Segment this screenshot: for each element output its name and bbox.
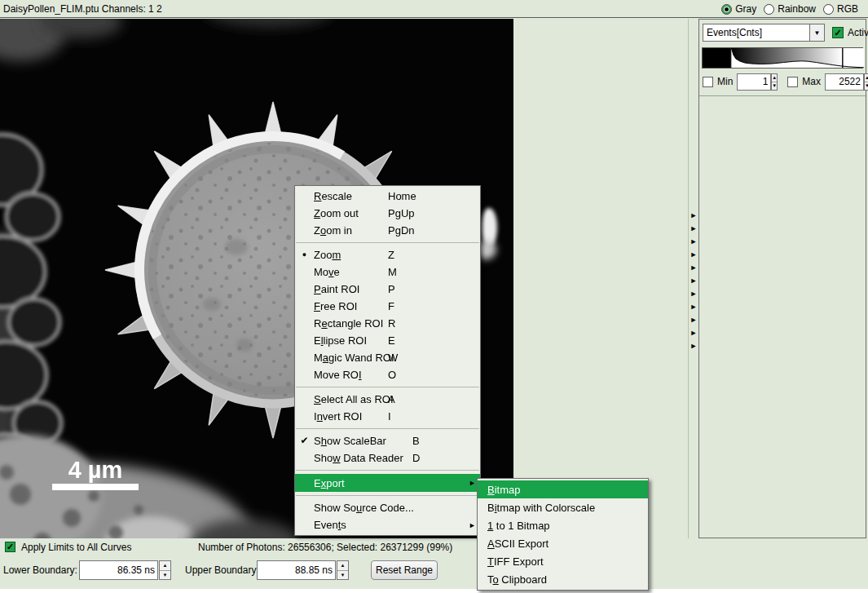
active-label: Active (848, 27, 868, 38)
submenu-arrow-icon: ► (469, 479, 476, 487)
apply-limits-checkbox[interactable]: ✓ (5, 542, 15, 552)
dataset-select[interactable]: Events[Cnts] ▼ (703, 24, 825, 42)
expand-arrow-icon[interactable]: ► (690, 330, 698, 336)
expand-arrow-icon[interactable]: ► (690, 303, 698, 310)
document-title: DaisyPollen_FLIM.ptu Channels: 1 2 (3, 0, 162, 18)
max-checkbox[interactable] (787, 77, 798, 87)
stepper-down-icon[interactable]: ▼ (865, 82, 868, 90)
menu-item-magic-wand-roi[interactable]: Magic Wand ROI W (295, 349, 480, 366)
expand-arrow-icon[interactable]: ► (690, 264, 698, 271)
submenu-item-bitmap-with-colorscale[interactable]: Bitmap with Colorscale (478, 498, 648, 516)
shortcut-label: D (412, 452, 420, 464)
menu-item-zoom-out[interactable]: Zoom out PgUp (295, 205, 480, 222)
stepper-down-icon[interactable]: ▼ (772, 82, 777, 90)
max-input[interactable] (825, 73, 864, 91)
shortcut-label: O (388, 369, 396, 381)
shortcut-label: PgUp (388, 207, 415, 219)
expand-arrow-icon[interactable]: ► (690, 343, 698, 349)
shortcut-label: Home (388, 190, 416, 202)
photon-count-status: Number of Photons: 26556306; Selected: 2… (198, 542, 452, 553)
menu-item-show-source-code[interactable]: Show Source Code... (295, 499, 480, 516)
bottom-bar: ✓ Apply Limits to All Curves Number of P… (0, 538, 868, 589)
shortcut-label: W (388, 352, 398, 364)
intensity-histogram[interactable] (702, 47, 863, 69)
panel-splitter[interactable]: ► ► ► ► ► ► ► ► ► ► ► (688, 19, 698, 538)
menu-separator (296, 428, 479, 429)
expand-arrow-icon[interactable]: ► (690, 277, 698, 284)
title-bar: DaisyPollen_FLIM.ptu Channels: 1 2 Gray … (0, 0, 868, 18)
menu-separator (296, 470, 479, 471)
upper-boundary-input[interactable] (257, 560, 336, 580)
upper-boundary-label: Upper Boundary: (185, 564, 259, 576)
menu-item-free-roi[interactable]: Free ROI F (295, 298, 480, 315)
submenu-item-to-clipboard[interactable]: To Clipboard (478, 570, 648, 588)
menu-separator (296, 495, 479, 496)
lower-boundary-stepper[interactable]: ▲ ▼ (159, 560, 171, 580)
menu-item-zoom-mode[interactable]: ● Zoom Z (295, 246, 480, 263)
submenu-item-ascii-export[interactable]: ASCII Export (478, 534, 648, 552)
menu-item-show-scalebar[interactable]: ✔ Show ScaleBar B (295, 432, 480, 449)
shortcut-label: A (388, 393, 395, 405)
menu-item-ellipse-roi[interactable]: Ellipse ROI E (295, 332, 480, 349)
apply-limits-label: Apply Limits to All Curves (21, 542, 131, 553)
stepper-up-icon[interactable]: ▲ (337, 561, 348, 571)
menu-item-invert-roi[interactable]: Invert ROI I (295, 408, 480, 425)
min-stepper[interactable]: ▲ ▼ (771, 73, 778, 91)
expand-arrow-icon[interactable]: ► (690, 290, 698, 297)
radio-gray[interactable]: Gray (721, 3, 756, 15)
radio-rainbow-label: Rainbow (778, 3, 816, 15)
shortcut-label: M (388, 266, 397, 278)
submenu-item-1-to-1-bitmap[interactable]: 1 to 1 Bitmap (478, 516, 648, 534)
export-submenu: Bitmap Bitmap with Colorscale 1 to 1 Bit… (477, 478, 649, 591)
expand-arrow-icon[interactable]: ► (690, 316, 698, 323)
menu-item-paint-roi[interactable]: Paint ROI P (295, 281, 480, 298)
expand-arrow-icon[interactable]: ► (690, 212, 698, 219)
expand-arrow-icon[interactable]: ► (690, 225, 698, 232)
dataset-select-value: Events[Cnts] (703, 24, 809, 41)
radio-button-icon[interactable] (721, 4, 732, 15)
intensity-panel: Events[Cnts] ▼ ✓ Active (698, 19, 866, 538)
menu-separator (296, 242, 479, 243)
expand-arrow-icon[interactable]: ► (690, 238, 698, 245)
menu-item-zoom-in[interactable]: Zoom in PgDn (295, 222, 480, 239)
menu-item-events[interactable]: Events ► (295, 516, 480, 533)
radio-button-icon[interactable] (764, 4, 774, 15)
radio-rainbow[interactable]: Rainbow (764, 3, 816, 15)
menu-item-export[interactable]: Export ► (295, 474, 480, 492)
max-stepper[interactable]: ▲ ▼ (864, 73, 868, 91)
menu-item-select-all-as-roi[interactable]: Select All as ROI A (295, 391, 480, 408)
stepper-up-icon[interactable]: ▲ (865, 74, 868, 82)
stepper-down-icon[interactable]: ▼ (160, 571, 170, 580)
selected-mode-bullet-icon: ● (295, 246, 314, 263)
menu-item-rescale[interactable]: Rescale Home (295, 188, 480, 205)
radio-rgb[interactable]: RGB (823, 3, 858, 15)
min-input[interactable] (737, 73, 771, 91)
shortcut-label: B (412, 435, 420, 447)
stepper-up-icon[interactable]: ▲ (772, 74, 777, 82)
radio-button-icon[interactable] (823, 4, 834, 15)
menu-item-rectangle-roi[interactable]: Rectangle ROI R (295, 315, 480, 332)
chevron-down-icon[interactable]: ▼ (809, 24, 824, 41)
scalebar (52, 484, 139, 490)
shortcut-label: PgDn (388, 224, 415, 237)
upper-boundary-stepper[interactable]: ▲ ▼ (337, 560, 349, 580)
menu-item-move[interactable]: Move M (295, 263, 480, 281)
menu-separator (296, 387, 479, 387)
expand-arrow-icon[interactable]: ► (690, 251, 698, 258)
radio-gray-label: Gray (735, 3, 756, 15)
shortcut-label: R (388, 317, 395, 330)
reset-range-button[interactable]: Reset Range (371, 560, 438, 580)
menu-item-show-data-reader[interactable]: Show Data Reader D (295, 449, 480, 467)
submenu-item-tiff-export[interactable]: TIFF Export (478, 552, 648, 570)
stepper-down-icon[interactable]: ▼ (337, 571, 348, 580)
stepper-up-icon[interactable]: ▲ (160, 561, 170, 571)
active-checkbox[interactable]: ✓ (832, 27, 844, 38)
menu-item-move-roi[interactable]: Move ROI O (295, 366, 480, 383)
context-menu: Rescale Home Zoom out PgUp Zoom in PgDn … (294, 185, 481, 536)
submenu-item-bitmap[interactable]: Bitmap (478, 480, 648, 498)
lower-boundary-input[interactable] (79, 560, 158, 580)
color-mode-radio-group: Gray Rainbow RGB (721, 0, 858, 18)
radio-dot-icon (725, 7, 729, 11)
shortcut-label: F (388, 300, 394, 312)
min-checkbox[interactable] (703, 77, 713, 87)
